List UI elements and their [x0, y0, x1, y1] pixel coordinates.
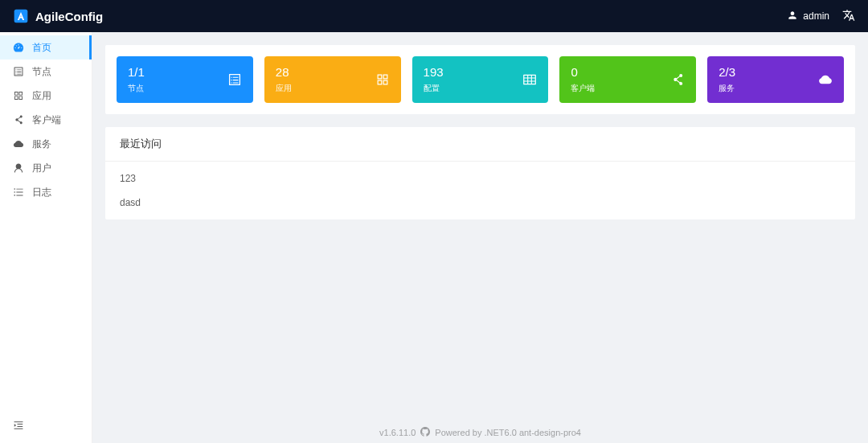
nav-item-label: 首页 — [32, 41, 51, 55]
nav-item-label: 客户端 — [32, 113, 61, 127]
stat-card-0[interactable]: 1/1节点 — [117, 56, 253, 103]
footer-version: v1.6.11.0 — [379, 428, 416, 437]
footer-powered: Powered by .NET6.0 ant-design-pro4 — [435, 428, 581, 437]
stat-value: 28 — [276, 66, 292, 78]
cloud-icon — [818, 72, 833, 89]
nav-item-6[interactable]: 日志 — [0, 180, 92, 204]
language-switch-icon[interactable] — [842, 9, 855, 24]
nav-item-label: 日志 — [32, 186, 51, 199]
stat-label: 节点 — [128, 83, 145, 94]
stat-label: 应用 — [276, 83, 292, 94]
dashboard-icon — [13, 42, 24, 53]
brand-title: AgileConfig — [35, 10, 103, 23]
table-icon — [522, 72, 537, 89]
stat-cards-row: 1/1节点28应用193配置0客户端2/3服务 — [105, 45, 855, 114]
stat-card-3[interactable]: 0客户端 — [559, 56, 696, 103]
user-icon — [787, 10, 798, 23]
nav-item-label: 服务 — [32, 137, 51, 151]
stat-card-2[interactable]: 193配置 — [412, 56, 549, 103]
stat-label: 配置 — [424, 83, 444, 94]
deployment-icon — [670, 72, 685, 89]
cluster-icon — [13, 66, 24, 77]
appstore-icon — [13, 90, 24, 101]
appstore-icon — [375, 72, 390, 89]
nav-item-2[interactable]: 应用 — [0, 84, 92, 108]
app-header: AgileConfig admin — [0, 0, 868, 32]
recent-panel-title: 最近访问 — [105, 127, 855, 162]
recent-panel: 最近访问 123dasd — [105, 127, 855, 219]
nav-item-label: 应用 — [32, 89, 51, 103]
user-icon — [13, 162, 24, 174]
cluster-icon — [227, 72, 242, 89]
nav-item-0[interactable]: 首页 — [0, 35, 92, 59]
svg-rect-0 — [14, 10, 28, 23]
sidebar: 首页节点应用客户端服务用户日志 — [0, 32, 92, 443]
stat-label: 客户端 — [571, 83, 595, 94]
stat-label: 服务 — [719, 83, 735, 94]
nav-item-4[interactable]: 服务 — [0, 132, 92, 156]
stat-card-4[interactable]: 2/3服务 — [707, 56, 844, 103]
nav-item-5[interactable]: 用户 — [0, 156, 92, 180]
recent-item-1[interactable]: dasd — [105, 191, 855, 215]
header-right: admin — [787, 9, 855, 24]
page-footer: v1.6.11.0 Powered by .NET6.0 ant-design-… — [92, 427, 868, 438]
stat-value: 2/3 — [719, 66, 735, 78]
brand-logo-icon — [13, 8, 29, 24]
nav-menu: 首页节点应用客户端服务用户日志 — [0, 32, 92, 204]
nav-item-1[interactable]: 节点 — [0, 59, 92, 84]
username: admin — [803, 10, 829, 22]
deployment-icon — [13, 114, 24, 125]
stat-value: 1/1 — [128, 66, 145, 78]
nav-item-label: 节点 — [32, 65, 51, 79]
brand[interactable]: AgileConfig — [13, 8, 103, 24]
stat-value: 193 — [424, 66, 444, 78]
recent-item-0[interactable]: 123 — [105, 166, 855, 191]
cloud-icon — [13, 138, 24, 150]
nav-item-label: 用户 — [32, 162, 51, 175]
sidebar-collapse-button[interactable] — [0, 410, 92, 443]
bars-icon — [13, 187, 24, 198]
user-menu[interactable]: admin — [787, 10, 829, 23]
nav-item-3[interactable]: 客户端 — [0, 108, 92, 132]
main-content: 1/1节点28应用193配置0客户端2/3服务 最近访问 123dasd v1.… — [92, 32, 868, 443]
recent-list: 123dasd — [105, 162, 855, 219]
github-icon[interactable] — [420, 427, 430, 438]
stat-value: 0 — [571, 66, 595, 78]
stat-card-1[interactable]: 28应用 — [264, 56, 401, 103]
